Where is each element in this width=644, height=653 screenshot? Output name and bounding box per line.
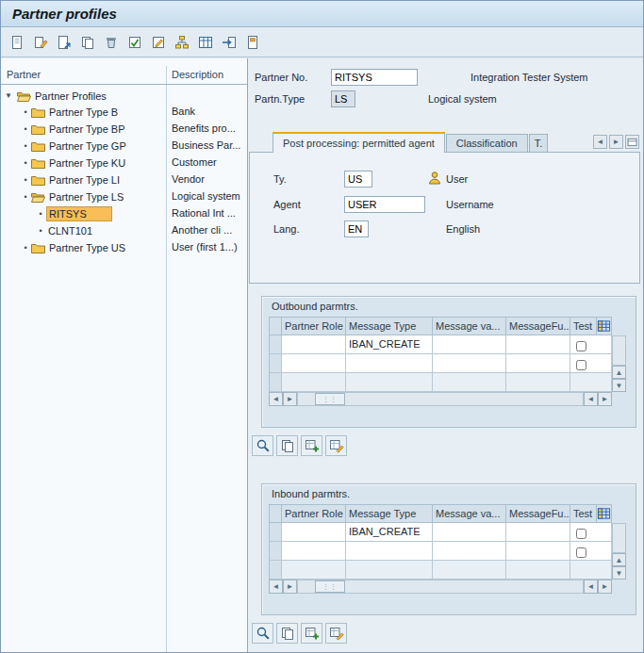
cell-message_function[interactable]	[506, 523, 570, 542]
check-icon[interactable]	[124, 32, 145, 53]
cell-partner_role[interactable]	[282, 542, 346, 561]
table-settings-icon[interactable]	[597, 317, 612, 335]
column-header-test[interactable]: Test	[570, 317, 597, 335]
display-parameter-icon[interactable]	[252, 435, 273, 456]
tree-item-partner-type-ls[interactable]: •Partner Type LSLogical system	[1, 188, 247, 204]
column-header-message-va[interactable]: Message va...	[433, 317, 506, 335]
create-parameter-icon[interactable]	[301, 435, 322, 456]
tab-post-processing-permitted-agent[interactable]: Post processing: permitted agent	[272, 132, 445, 153]
partner-type-field[interactable]	[331, 90, 355, 107]
bullet-icon: •	[20, 171, 31, 188]
tab-classification[interactable]: Classification	[446, 134, 528, 153]
scroll-right-icon[interactable]: ►	[598, 392, 612, 406]
scroll-right-icon[interactable]: ►	[283, 580, 297, 594]
tree-item-content: •Partner Type LI	[1, 171, 122, 188]
row-selector-header[interactable]	[269, 317, 282, 335]
cell-message_function[interactable]	[506, 542, 570, 561]
partner-no-field[interactable]	[331, 69, 418, 86]
scroll-right-icon[interactable]: ►	[283, 392, 297, 406]
row-selector[interactable]	[269, 523, 282, 542]
folder-open-icon	[31, 191, 47, 203]
column-header-messagefu[interactable]: MessageFu...	[506, 504, 570, 523]
scroll-left-icon[interactable]: ◄	[269, 392, 283, 406]
cell-message_type[interactable]: IBAN_CREATE	[346, 523, 433, 542]
cell-message_variant[interactable]	[433, 354, 506, 373]
tree-item-clnt101[interactable]: •CLNT101Another cli ...	[1, 221, 247, 238]
cell-message_type[interactable]	[346, 354, 433, 373]
cell-message_type[interactable]	[346, 542, 433, 561]
tab-scroll-left-icon[interactable]: ◄	[593, 135, 607, 149]
language-field[interactable]	[344, 220, 369, 237]
create-session-icon[interactable]	[242, 32, 263, 53]
copy-parameter-icon[interactable]	[276, 623, 298, 644]
column-header-message-type[interactable]: Message Type	[346, 504, 433, 523]
tree-item-ritsys[interactable]: •RITSYSRational Int ...	[1, 204, 247, 221]
create-icon[interactable]	[7, 32, 27, 53]
scroll-down-icon[interactable]: ▼	[612, 566, 626, 580]
cell-message_variant[interactable]	[433, 542, 506, 561]
tab-expand-icon[interactable]	[625, 135, 639, 149]
create-parameter-icon[interactable]	[301, 623, 322, 644]
tab-scroll-right-icon[interactable]: ►	[609, 135, 623, 149]
test-checkbox[interactable]	[576, 529, 586, 539]
tab-label: Classification	[456, 138, 518, 149]
cell-partner_role[interactable]	[282, 354, 346, 373]
tree-item-partner-profiles[interactable]: ▼Partner Profiles	[1, 86, 247, 103]
scroll-right-icon[interactable]: ►	[598, 580, 612, 594]
tab-t[interactable]: T.	[529, 134, 549, 153]
scroll-up-icon[interactable]: ▲	[612, 553, 626, 566]
column-header-partner-role[interactable]: Partner Role	[282, 317, 346, 335]
cell-partner_role[interactable]	[282, 523, 346, 542]
tree-item-partner-type-b[interactable]: •Partner Type BBank	[1, 103, 247, 120]
scrollbar-thumb[interactable]: ⋮⋮	[315, 580, 345, 593]
test-checkbox[interactable]	[576, 547, 586, 558]
test-checkbox[interactable]	[576, 360, 586, 370]
tree-item-content: •Partner Type KU	[1, 155, 127, 171]
tree-item-partner-type-us[interactable]: •Partner Type USUser (first 1...)	[1, 238, 247, 255]
delete-icon[interactable]	[101, 32, 122, 53]
tree-item-content: •Partner Type B	[1, 104, 120, 121]
tree-item-partner-type-ku[interactable]: •Partner Type KUCustomer	[1, 154, 247, 171]
cell-message_function[interactable]	[506, 335, 570, 354]
scrollbar-thumb[interactable]: ⋮⋮	[315, 393, 345, 405]
scroll-left-icon[interactable]: ◄	[584, 580, 598, 594]
row-selector[interactable]	[269, 335, 282, 354]
table-settings-icon[interactable]	[597, 504, 612, 523]
cell-partner_role[interactable]	[282, 335, 346, 354]
change-parameter-icon[interactable]	[325, 623, 347, 644]
display-parameter-icon[interactable]	[252, 623, 273, 644]
detail-icon[interactable]	[54, 32, 74, 53]
scroll-down-icon[interactable]: ▼	[612, 379, 626, 392]
cell-message_variant[interactable]	[433, 335, 506, 354]
column-header-message-type[interactable]: Message Type	[346, 317, 433, 335]
display-change-icon[interactable]	[30, 32, 51, 53]
edit-list-icon[interactable]	[148, 32, 169, 53]
change-parameter-icon[interactable]	[325, 435, 347, 456]
tree-header: Partner Description	[1, 66, 247, 85]
hierarchy-icon[interactable]	[172, 32, 192, 53]
tree-item-partner-type-bp[interactable]: •Partner Type BPBenefits pro...	[1, 120, 247, 137]
import-icon[interactable]	[219, 32, 239, 53]
cell-message_function[interactable]	[506, 354, 570, 373]
cell-message_type[interactable]: IBAN_CREATE	[346, 335, 433, 354]
row-selector-header[interactable]	[269, 504, 282, 523]
tree-item-partner-type-gp[interactable]: •Partner Type GPBusiness Par...	[1, 137, 247, 154]
column-header-message-va[interactable]: Message va...	[433, 504, 506, 523]
column-header-messagefu[interactable]: MessageFu...	[506, 317, 570, 335]
scroll-left-icon[interactable]: ◄	[584, 392, 598, 406]
tree-item-partner-type-li[interactable]: •Partner Type LIVendor	[1, 171, 247, 188]
copy-parameter-icon[interactable]	[276, 435, 298, 456]
row-selector[interactable]	[269, 354, 282, 373]
cell-message_variant[interactable]	[433, 523, 506, 542]
copy-icon[interactable]	[77, 32, 98, 53]
tree-item-description: Rational Int ...	[172, 204, 236, 221]
agent-type-field[interactable]	[344, 171, 372, 188]
table-view-icon[interactable]	[195, 32, 216, 53]
agent-field[interactable]	[344, 196, 425, 213]
scroll-up-icon[interactable]: ▲	[612, 366, 626, 379]
row-selector[interactable]	[269, 542, 282, 561]
column-header-test[interactable]: Test	[570, 504, 597, 523]
scroll-left-icon[interactable]: ◄	[269, 580, 283, 594]
column-header-partner-role[interactable]: Partner Role	[282, 504, 346, 523]
test-checkbox[interactable]	[576, 341, 586, 351]
